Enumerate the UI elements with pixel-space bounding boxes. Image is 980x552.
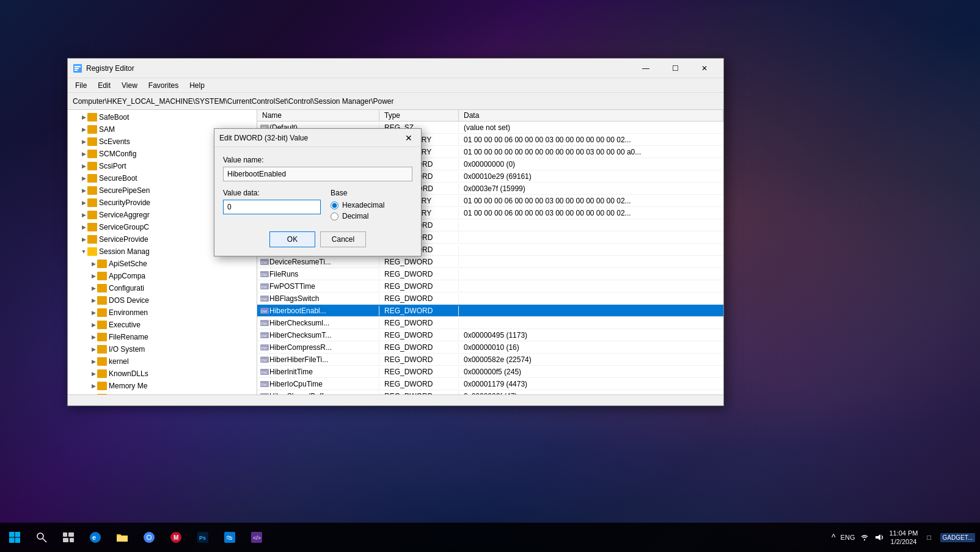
dialog-close-button[interactable]: ✕ (401, 131, 416, 145)
clock[interactable]: 11:04 PM 1/2/2024 (889, 529, 918, 547)
language-indicator: ENG (841, 534, 855, 541)
dialog-title-bar: Edit DWORD (32-bit) Value ✕ (214, 129, 421, 147)
gadget-label: GADGET... (940, 533, 975, 542)
edge-button[interactable]: e (83, 525, 108, 550)
svg-line-61 (43, 539, 46, 542)
devtools-button[interactable]: </> (244, 525, 269, 550)
chrome-icon (142, 531, 156, 544)
photoshop-button[interactable]: Ps (191, 525, 215, 550)
start-button[interactable] (2, 525, 27, 550)
edge-icon: e (89, 531, 102, 544)
svg-rect-58 (9, 538, 15, 543)
svg-text:e: e (92, 534, 96, 541)
taskbar: e M Ps (0, 523, 980, 552)
hexadecimal-label: Hexadecimal (342, 201, 384, 209)
value-name-input[interactable] (223, 167, 412, 181)
dialog-title: Edit DWORD (32-bit) Value (219, 134, 308, 142)
svg-text:Ps: Ps (199, 535, 206, 541)
taskview-icon (62, 531, 75, 543)
hexadecimal-radio-label[interactable]: Hexadecimal (331, 201, 412, 209)
svg-text:M: M (174, 534, 178, 541)
clock-time: 11:04 PM (889, 529, 918, 537)
wifi-icon (860, 533, 869, 542)
base-section: Base Hexadecimal Decimal (331, 189, 412, 220)
svg-rect-57 (15, 532, 21, 537)
store-icon: 🛍 (223, 531, 236, 544)
svg-rect-59 (15, 538, 21, 543)
decimal-label: Decimal (342, 212, 368, 220)
base-label: Base (331, 189, 412, 197)
svg-rect-62 (63, 532, 67, 537)
svg-rect-64 (63, 538, 68, 542)
clock-date: 1/2/2024 (889, 537, 918, 546)
value-name-label: Value name: (223, 156, 412, 164)
svg-text:🛍: 🛍 (227, 534, 233, 541)
search-button[interactable] (29, 525, 54, 550)
windows-logo-icon (9, 531, 21, 543)
chrome-button[interactable] (137, 525, 161, 550)
system-tray-overflow[interactable]: ^ (832, 532, 836, 542)
photoshop-icon: Ps (196, 531, 210, 544)
svg-rect-65 (70, 538, 74, 542)
decimal-radio-label[interactable]: Decimal (331, 212, 412, 220)
hexadecimal-radio[interactable] (331, 202, 338, 209)
mcafee-button[interactable]: M (164, 525, 188, 550)
radio-group: Hexadecimal Decimal (331, 201, 412, 220)
folder-icon (115, 531, 129, 544)
value-data-label: Value data: (223, 189, 321, 197)
volume-icon (874, 533, 884, 542)
modal-row: Value data: Base Hexadecimal Decimal (223, 189, 412, 220)
mcafee-icon: M (169, 531, 183, 544)
taskbar-left: e M Ps (0, 525, 269, 550)
svg-point-70 (147, 536, 151, 539)
cancel-button[interactable]: Cancel (320, 231, 366, 247)
search-icon (35, 531, 48, 543)
devtools-icon: </> (250, 531, 263, 544)
value-data-section: Value data: (223, 189, 321, 220)
decimal-radio[interactable] (331, 212, 338, 220)
taskview-button[interactable] (56, 525, 81, 550)
dialog-body: Value name: Value data: Base Hexadecimal (214, 147, 421, 227)
ok-button[interactable]: OK (269, 231, 315, 247)
edit-dword-dialog: Edit DWORD (32-bit) Value ✕ Value name: … (214, 128, 422, 256)
svg-marker-79 (876, 534, 880, 540)
dialog-footer: OK Cancel (214, 227, 421, 256)
explorer-button[interactable] (110, 525, 134, 550)
svg-point-60 (37, 533, 43, 539)
taskbar-right: ^ ENG 11:04 PM 1/2/2024 □ GADGET... (832, 525, 980, 550)
notification-button[interactable]: □ (923, 525, 935, 550)
svg-rect-63 (68, 532, 74, 537)
modal-overlay: Edit DWORD (32-bit) Value ✕ Value name: … (0, 0, 980, 552)
store-button[interactable]: 🛍 (218, 525, 242, 550)
value-data-input[interactable] (223, 200, 321, 214)
svg-text:</>: </> (253, 535, 261, 541)
svg-rect-56 (9, 532, 15, 537)
